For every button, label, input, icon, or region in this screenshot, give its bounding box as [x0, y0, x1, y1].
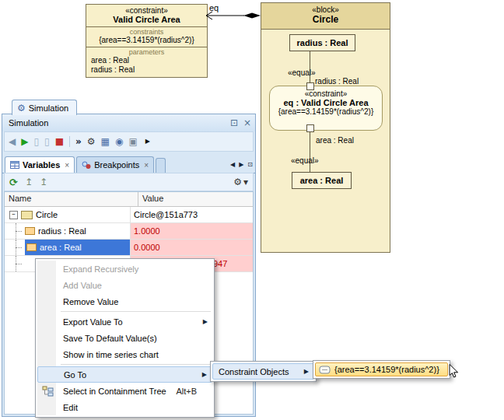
variables-toolbar: ⟳ ↥ ↥ ⚙ ▾	[4, 173, 254, 191]
simulation-gear-icon: ⚙	[17, 103, 26, 113]
radius-parameter-pin[interactable]	[306, 82, 314, 90]
step-document-icon[interactable]: ▯	[33, 137, 39, 146]
play-icon[interactable]: ▶	[21, 137, 28, 146]
column-header-value[interactable]: Value	[138, 192, 167, 206]
toolbar-overflow-icon[interactable]: ▶	[145, 138, 150, 145]
table-row-area-selected[interactable]: area : Real 0.0000	[5, 240, 253, 256]
area-part-box[interactable]: area : Real	[292, 172, 352, 189]
connector-label: eq	[209, 3, 219, 12]
constraint-property-expression: {area==3.14159*(radius^2)}	[270, 107, 382, 116]
eq-connector[interactable]: eq	[202, 3, 264, 22]
simulation-window-tab[interactable]: ⚙ Simulation	[12, 100, 77, 115]
submenu-arrow-icon: ▶	[202, 371, 207, 378]
panel-tabs-row: Variables × Breakpoints × ◀ ▶ ⊡	[2, 152, 255, 173]
equal-stereotype-bottom: «equal»	[291, 156, 319, 165]
gear-icon[interactable]: ⚙	[87, 137, 96, 146]
area-parameter-pin[interactable]	[306, 124, 314, 132]
binding-connector-bottom[interactable]	[310, 131, 310, 172]
block-title: Circle	[261, 14, 390, 25]
block-stereotype: «block»	[261, 5, 390, 14]
selected-row-highlight[interactable]: area : Real	[25, 240, 130, 255]
simulation-titlebar: Simulation ⊡ ×	[2, 114, 255, 131]
grid-layout-icon[interactable]: ▦	[101, 137, 110, 146]
page: «constraint» Valid Circle Area constrain…	[0, 0, 504, 420]
constraint-object-icon	[319, 366, 331, 374]
column-header-name[interactable]: Name	[5, 192, 138, 206]
chevrons-icon[interactable]: »	[75, 137, 82, 146]
menu-item-constraint-objects[interactable]: Constraint Objects ▶	[212, 363, 314, 380]
row-circle-value[interactable]: Circle@151a773	[131, 207, 253, 222]
menu-item-go-to[interactable]: Go To ▶	[37, 366, 212, 383]
block-header: «block» Circle	[261, 3, 390, 30]
radius-binding-label: radius : Real	[315, 77, 359, 86]
menu-item-save-to-default-values[interactable]: Save To Default Value(s)	[37, 330, 212, 346]
parameters-compartment: parameters area : Real radius : Real	[86, 47, 207, 77]
value-property-icon	[25, 227, 35, 235]
submenu-arrow-icon: ▶	[304, 368, 309, 375]
constraint-block-name-compartment: «constraint» Valid Circle Area	[86, 5, 207, 26]
parameters-label: parameters	[89, 48, 204, 56]
menu-item-add-value[interactable]: Add Value	[37, 277, 212, 293]
menu-separator	[61, 311, 211, 312]
close-window-icon[interactable]: ×	[243, 117, 251, 128]
row-area-name: area : Real	[40, 243, 82, 252]
float-window-icon[interactable]: ⊡	[230, 117, 238, 128]
tree-branch-icon	[5, 223, 25, 239]
table-icon	[10, 160, 19, 170]
constraint-block-valid-circle-area[interactable]: «constraint» Valid Circle Area constrain…	[86, 4, 208, 78]
block-circle[interactable]: «block» Circle radius : Real «equal» rad…	[261, 2, 390, 253]
constraints-compartment: constraints {area==3.14159*(radius^2)}	[86, 26, 207, 47]
export-values-icon[interactable]: ↥	[25, 177, 33, 187]
constraints-label: constraints	[89, 28, 204, 36]
menu-item-constraint-object[interactable]: {area==3.14159*(radius^2)}	[315, 362, 448, 376]
options-gear-icon[interactable]: ⚙	[233, 177, 242, 187]
context-menu: Expand Recursively Add Value Remove Valu…	[35, 258, 215, 418]
gear-caret-icon[interactable]: ▾	[243, 177, 248, 187]
row-area-value[interactable]: 0.0000	[131, 240, 253, 255]
tab-breakpoints-close-icon[interactable]: ×	[144, 161, 149, 170]
menu-item-select-in-containment-tree[interactable]: Select in Containment Tree Alt+B	[37, 383, 212, 399]
table-header: Name Value	[5, 192, 253, 207]
parameter-radius: radius : Real	[89, 65, 204, 75]
tree-branch-icon	[5, 256, 25, 271]
constraint-property-name: eq : Valid Circle Area	[270, 98, 382, 107]
table-row-circle[interactable]: − Circle Circle@151a773	[5, 207, 253, 223]
tab-breakpoints-label: Breakpoints	[94, 160, 139, 170]
simulation-toolbar: ◀ ▶ ▯ ▯ ■ » ⚙ ▦ ◉ ▣ ▶	[4, 131, 254, 152]
row-radius-value[interactable]: 1.0000	[131, 223, 253, 239]
tab-partial[interactable]	[156, 158, 166, 173]
constraint-block-title: Valid Circle Area	[88, 15, 205, 24]
tab-breakpoints[interactable]: Breakpoints ×	[76, 156, 154, 173]
refresh-icon[interactable]: ⟳	[9, 177, 18, 187]
save-defaults-icon[interactable]: ↥	[40, 177, 47, 187]
navigate-back-icon[interactable]: ◀	[9, 137, 16, 146]
menu-item-expand-recursively[interactable]: Expand Recursively	[37, 261, 212, 277]
mouse-cursor-icon	[449, 364, 459, 379]
tabs-maximize-icon[interactable]: ⊡	[247, 161, 253, 168]
constraint-property-box[interactable]: «constraint» eq : Valid Circle Area {are…	[269, 86, 383, 131]
tab-variables-close-icon[interactable]: ×	[65, 161, 69, 170]
tree-expander-icon[interactable]: −	[9, 211, 18, 219]
menu-item-export-value-to[interactable]: Export Value To ▶	[37, 313, 212, 330]
constraint-expression: {area==3.14159*(radius^2)}	[89, 36, 204, 44]
tabs-scroll-right-icon[interactable]: ▶	[239, 161, 243, 168]
block-instance-icon	[21, 211, 33, 219]
toggle-options-icon[interactable]: ◉	[115, 137, 123, 146]
menu-item-remove-value[interactable]: Remove Value	[37, 293, 212, 310]
menu-item-edit[interactable]: Edit	[37, 399, 212, 415]
constraint-stereotype: «constraint»	[88, 6, 205, 15]
tab-variables[interactable]: Variables ×	[5, 156, 75, 173]
constraint-property-stereotype: «constraint»	[270, 89, 382, 98]
parameter-area: area : Real	[89, 56, 204, 65]
radius-part-box[interactable]: radius : Real	[289, 34, 355, 51]
submenu-arrow-icon: ▶	[203, 318, 208, 325]
tabs-scroll-left-icon[interactable]: ◀	[230, 161, 235, 168]
menu-separator	[61, 364, 211, 365]
stop-icon[interactable]: ■	[55, 137, 64, 146]
constraint-objects-submenu: {area==3.14159*(radius^2)}	[313, 360, 450, 379]
table-row-radius[interactable]: radius : Real 1.0000	[5, 223, 253, 240]
export-box-icon[interactable]: ▣	[128, 137, 137, 146]
step-document-icon-2[interactable]: ▯	[44, 137, 50, 146]
menu-item-show-in-time-series-chart[interactable]: Show in time series chart	[37, 346, 212, 362]
row-radius-name: radius : Real	[38, 226, 86, 236]
